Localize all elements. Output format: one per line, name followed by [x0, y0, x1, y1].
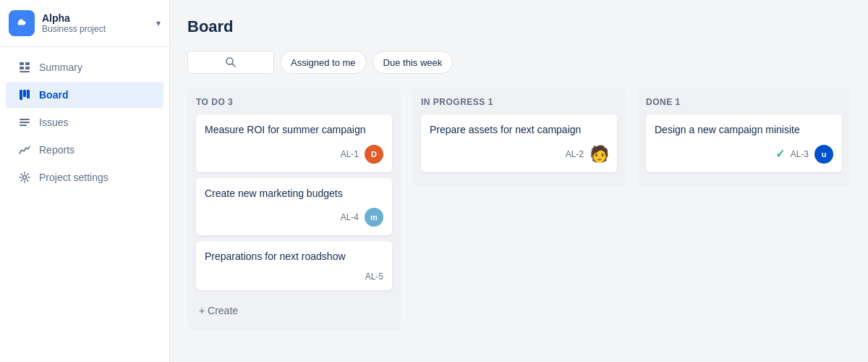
page-title: Board	[187, 17, 851, 36]
check-icon: ✓	[775, 147, 785, 161]
sidebar-item-board[interactable]: Board	[6, 82, 163, 108]
due-this-week-filter[interactable]: Due this week	[373, 51, 454, 74]
card-al4[interactable]: Create new marketing budgets AL-4 m	[196, 178, 392, 236]
sidebar-item-reports-label: Reports	[39, 144, 75, 156]
settings-icon	[17, 172, 32, 183]
svg-rect-10	[20, 125, 27, 126]
card-al3[interactable]: Design a new campaign minisite ✓ AL-3 u	[646, 114, 842, 172]
column-todo-title: TO DO 3	[196, 97, 392, 107]
card-al1[interactable]: Measure ROI for summer campaign AL-1 D	[196, 114, 392, 172]
card-al3-title: Design a new campaign minisite	[655, 123, 833, 138]
sidebar-item-issues-label: Issues	[39, 117, 68, 128]
card-al1-footer: AL-1 D	[205, 145, 383, 164]
svg-point-11	[23, 176, 27, 180]
project-name: Alpha	[42, 12, 156, 25]
card-al4-footer: AL-4 m	[205, 208, 383, 227]
project-avatar	[9, 10, 35, 36]
card-al1-avatar: D	[365, 145, 383, 164]
column-inprogress-title: IN PROGRESS 1	[421, 97, 617, 107]
svg-rect-6	[23, 90, 26, 97]
card-al4-id: AL-4	[341, 212, 359, 222]
sidebar-item-project-settings[interactable]: Project settings	[6, 164, 163, 190]
project-header[interactable]: Alpha Business project ▾	[0, 0, 169, 47]
column-inprogress: IN PROGRESS 1 Prepare assets for next ca…	[412, 88, 626, 187]
sidebar: Alpha Business project ▾ Summary Board I…	[0, 0, 170, 362]
board-icon	[17, 89, 32, 101]
column-done: DONE 1 Design a new campaign minisite ✓ …	[637, 88, 851, 187]
svg-point-12	[226, 58, 233, 64]
card-al2[interactable]: Prepare assets for next campaign AL-2 🧑	[421, 114, 617, 172]
card-al5-footer: AL-5	[205, 272, 383, 282]
svg-rect-4	[20, 71, 30, 72]
reports-icon	[17, 144, 32, 156]
svg-rect-0	[20, 62, 24, 65]
search-input[interactable]	[187, 51, 274, 74]
svg-rect-1	[25, 62, 30, 65]
svg-rect-8	[20, 119, 30, 120]
card-al1-id: AL-1	[341, 149, 359, 159]
sidebar-item-reports[interactable]: Reports	[6, 137, 163, 163]
svg-rect-2	[20, 67, 24, 70]
column-done-title: DONE 1	[646, 97, 842, 107]
project-subtitle: Business project	[42, 24, 156, 34]
card-al2-avatar: 🧑	[590, 145, 608, 164]
sidebar-item-board-label: Board	[39, 89, 68, 101]
card-al3-id: AL-3	[791, 149, 809, 159]
summary-icon	[17, 62, 32, 73]
issues-icon	[17, 117, 32, 128]
sidebar-nav: Summary Board Issues Reports	[0, 47, 169, 192]
svg-rect-9	[20, 122, 30, 123]
chevron-down-icon: ▾	[156, 18, 161, 28]
sidebar-item-settings-label: Project settings	[39, 172, 109, 183]
card-al5-id: AL-5	[365, 272, 383, 282]
card-al5-title: Preparations for next roadshow	[205, 250, 383, 264]
card-al4-avatar: m	[365, 208, 383, 227]
assigned-to-me-filter[interactable]: Assigned to me	[280, 51, 367, 74]
svg-rect-7	[27, 90, 30, 98]
create-card-button[interactable]: + Create	[196, 299, 392, 322]
toolbar: Assigned to me Due this week	[187, 51, 851, 74]
card-al5[interactable]: Preparations for next roadshow AL-5	[196, 241, 392, 290]
sidebar-item-summary-label: Summary	[39, 62, 82, 73]
board: TO DO 3 Measure ROI for summer campaign …	[187, 88, 851, 336]
sidebar-item-issues[interactable]: Issues	[6, 109, 163, 135]
svg-rect-3	[25, 67, 30, 70]
card-al3-avatar: u	[814, 145, 833, 164]
main-content: Board Assigned to me Due this week TO DO…	[170, 0, 868, 362]
column-todo: TO DO 3 Measure ROI for summer campaign …	[187, 88, 401, 331]
card-al3-footer: ✓ AL-3 u	[655, 145, 833, 164]
search-icon	[225, 56, 237, 68]
sidebar-item-summary[interactable]: Summary	[6, 54, 163, 80]
card-al2-id: AL-2	[566, 149, 584, 159]
card-al2-footer: AL-2 🧑	[430, 145, 608, 164]
project-name-block: Alpha Business project	[42, 12, 156, 35]
card-al1-title: Measure ROI for summer campaign	[205, 123, 383, 138]
card-al2-title: Prepare assets for next campaign	[430, 123, 608, 138]
card-al4-title: Create new marketing budgets	[205, 187, 383, 201]
svg-rect-5	[20, 90, 22, 100]
